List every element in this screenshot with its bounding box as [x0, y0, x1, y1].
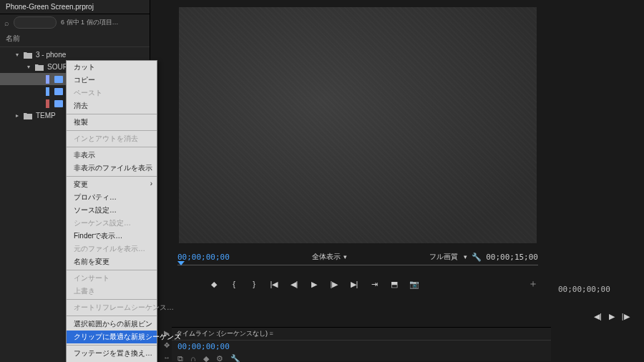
- monitor-info-row: 00;00;00;00 全体表示 ▾ フル画質 ▾ 🔧 00;00;15;00: [172, 249, 544, 265]
- insert-button[interactable]: ⇥: [369, 279, 379, 289]
- monitor-ruler[interactable]: [177, 265, 538, 273]
- folder-icon: [23, 112, 33, 120]
- wrench-icon[interactable]: 🔧: [472, 253, 482, 262]
- label-swatch: [46, 99, 49, 108]
- project-tab[interactable]: Phone-Green Screen.prproj: [0, 0, 150, 14]
- timeline-toggle-row: ⧉ ∩ ◆ ⚙ 🔧: [172, 353, 551, 362]
- tree-item-label: 3 - phone: [36, 51, 66, 59]
- menu-item[interactable]: フッテージを置き換え…: [67, 347, 157, 360]
- disclosure-caret-icon[interactable]: ▾: [14, 52, 20, 58]
- clip-icon: [54, 87, 64, 96]
- menu-item: 元のファイルを表示…: [67, 243, 157, 255]
- label-swatch: [46, 87, 49, 96]
- menu-item: 上書き: [67, 285, 157, 298]
- step-forward-button[interactable]: |▶: [622, 312, 630, 321]
- timeline-tab[interactable]: タイムライン :(シーケンスなし) ≡: [172, 328, 551, 341]
- clip-icon: [54, 99, 64, 108]
- folder-row[interactable]: ▾3 - phone: [0, 49, 150, 61]
- svg-rect-0: [54, 76, 63, 83]
- monitor-viewport[interactable]: [179, 7, 537, 243]
- snap-toggle-icon[interactable]: ⧉: [177, 354, 183, 362]
- menu-item[interactable]: Finderで表示…: [67, 230, 157, 243]
- step-forward-button[interactable]: |▶: [329, 279, 339, 289]
- menu-separator: [67, 270, 157, 270]
- settings-icon[interactable]: ⚙: [216, 354, 223, 362]
- menu-item[interactable]: ソース設定…: [67, 204, 157, 217]
- monitor-timecode-duration: 00;00;15;00: [486, 253, 538, 262]
- menu-separator: [67, 130, 157, 131]
- label-swatch: [46, 75, 49, 84]
- menu-item[interactable]: 非表示: [67, 149, 157, 162]
- menu-separator: [67, 345, 157, 346]
- linked-selection-icon[interactable]: ∩: [190, 354, 196, 362]
- menu-item[interactable]: プロパティ…: [67, 191, 157, 204]
- marker-icon[interactable]: ◆: [203, 354, 209, 362]
- mark-out-button[interactable]: }: [249, 279, 259, 289]
- menu-item[interactable]: コピー: [67, 74, 157, 87]
- monitor-zoom-dropdown[interactable]: 全体表示: [312, 252, 341, 262]
- menu-item[interactable]: 名前を変更: [67, 255, 157, 268]
- chevron-down-icon: ▾: [343, 253, 347, 260]
- search-icon: ⌕: [4, 19, 9, 27]
- menu-item[interactable]: クリップに最適な新規シーケンス: [67, 331, 157, 343]
- menu-separator: [67, 299, 157, 300]
- menu-separator: [67, 147, 157, 147]
- menu-item[interactable]: 変更: [67, 178, 157, 191]
- go-to-out-button[interactable]: ▶|: [349, 279, 359, 289]
- svg-rect-1: [54, 88, 63, 95]
- wrench-icon[interactable]: 🔧: [230, 354, 240, 362]
- monitor-transport: ◆ { } |◀ ◀| ▶ |▶ ▶| ⇥ ⬒ 📷 ＋: [172, 273, 544, 295]
- menu-item: インサート: [67, 272, 157, 285]
- menu-separator: [67, 176, 157, 177]
- chevron-down-icon: ▾: [464, 253, 467, 260]
- menu-item[interactable]: 消去: [67, 99, 157, 112]
- svg-rect-2: [54, 100, 63, 107]
- tool-icon[interactable]: ✥: [164, 341, 170, 349]
- folder-icon: [23, 51, 33, 59]
- disclosure-caret-icon[interactable]: ▸: [14, 112, 20, 119]
- button-editor-button[interactable]: ＋: [528, 278, 538, 290]
- clip-icon: [54, 75, 64, 84]
- project-filter-info: 6 個中 1 個の項目…: [61, 18, 145, 27]
- menu-item[interactable]: カット: [67, 61, 157, 74]
- menu-item: インとアウトを消去: [67, 132, 157, 145]
- play-button[interactable]: ▶: [609, 312, 615, 321]
- play-button[interactable]: ▶: [309, 279, 319, 289]
- disclosure-caret-icon[interactable]: ▾: [26, 64, 31, 70]
- timeline-timecode[interactable]: 00;00;00;00: [172, 341, 551, 353]
- project-column-name[interactable]: 名前: [0, 31, 150, 47]
- step-back-button[interactable]: ◀|: [594, 312, 602, 321]
- project-search-row: ⌕ 6 個中 1 個の項目…: [0, 14, 150, 31]
- folder-icon: [34, 63, 44, 72]
- program-monitor-transport: ◀| ▶ |▶: [594, 312, 630, 321]
- mark-in-button[interactable]: {: [229, 279, 239, 289]
- menu-item: シーケンス設定…: [67, 217, 157, 230]
- source-monitor: 00;00;00;00 全体表示 ▾ フル画質 ▾ 🔧 00;00;15;00 …: [172, 7, 544, 329]
- overwrite-button[interactable]: ⬒: [389, 279, 399, 289]
- add-marker-button[interactable]: ◆: [209, 279, 219, 289]
- menu-item[interactable]: 選択範囲からの新規ビン: [67, 318, 157, 331]
- monitor-resolution-dropdown[interactable]: フル画質: [429, 252, 458, 262]
- menu-item[interactable]: 複製: [67, 116, 157, 129]
- go-to-in-button[interactable]: |◀: [269, 279, 279, 289]
- project-search-input[interactable]: [14, 16, 57, 29]
- menu-item: オートリフレームシーケンス…: [67, 301, 157, 314]
- menu-item[interactable]: 非表示のファイルを表示: [67, 162, 157, 175]
- program-monitor-timecode[interactable]: 00;00;00;00: [558, 285, 610, 294]
- menu-separator: [67, 114, 157, 114]
- monitor-timecode-current[interactable]: 00;00;00;00: [177, 253, 230, 262]
- tree-item-label: TEMP: [36, 112, 56, 119]
- timeline-panel: タイムライン :(シーケンスなし) ≡ 00;00;00;00 ⧉ ∩ ◆ ⚙ …: [172, 327, 551, 361]
- menu-item: ペースト: [67, 87, 157, 99]
- export-frame-button[interactable]: 📷: [409, 279, 419, 289]
- step-back-button[interactable]: ◀|: [289, 279, 299, 289]
- clip-context-menu[interactable]: カットコピーペースト消去複製インとアウトを消去非表示非表示のファイルを表示変更プ…: [66, 60, 157, 362]
- tool-icon[interactable]: ↔: [163, 353, 170, 361]
- menu-separator: [67, 315, 157, 316]
